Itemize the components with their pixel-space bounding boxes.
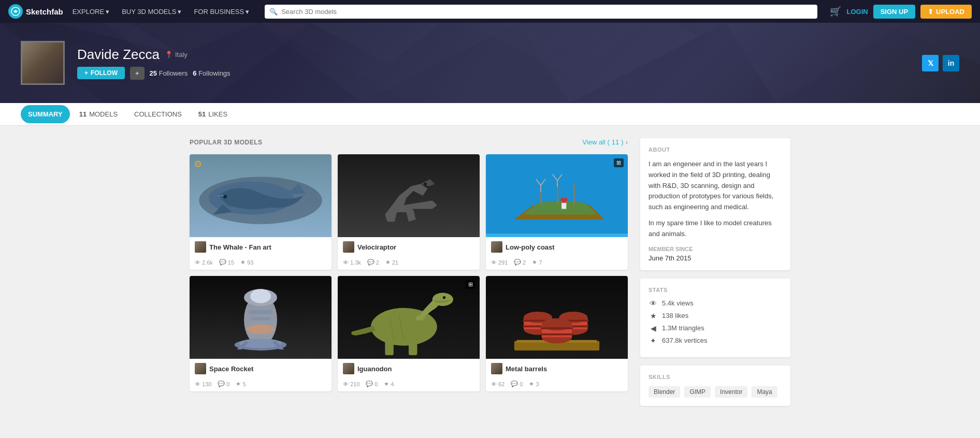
svg-rect-47 xyxy=(385,341,393,355)
comment-icon: 💬 xyxy=(219,259,226,266)
skills-title: SKILLS xyxy=(648,374,782,380)
skill-inventor[interactable]: Inventor xyxy=(715,386,747,398)
nav-buy-models[interactable]: BUY 3D MODELS ▾ xyxy=(119,8,184,16)
eye-icon: 👁 xyxy=(491,259,497,266)
model-thumbnail: ⊞ xyxy=(338,276,480,359)
stats-title: STATS xyxy=(648,287,782,293)
views-stat: 👁 2.6k xyxy=(195,259,213,266)
model-info: The Whale - Fan art xyxy=(190,237,332,257)
model-icon xyxy=(343,363,354,374)
plus-icon: + xyxy=(84,69,88,77)
model-icon xyxy=(195,363,206,374)
hero-name: Davide Zecca 📍 Italy xyxy=(77,47,230,63)
model-name: The Whale - Fan art xyxy=(209,243,326,251)
section-header: POPULAR 3D MODELS View all (11) › xyxy=(190,138,628,146)
model-card[interactable]: Space Rocket 👁 130 💬 0 ★ 5 xyxy=(190,276,332,391)
vr-badge: ⊞ xyxy=(466,280,475,289)
hero-section: Davide Zecca 📍 Italy + FOLLOW + 25 Follo… xyxy=(0,23,980,103)
about-card: ABOUT I am an engeneer and in the last y… xyxy=(640,138,790,270)
cart-button[interactable]: 🛒 xyxy=(830,6,841,17)
likes-stat: ★ 4 xyxy=(384,381,394,387)
tabs-bar: SUMMARY 11 MODELS COLLECTIONS 51 LIKES xyxy=(0,103,980,126)
signup-button[interactable]: SIGN UP xyxy=(873,5,915,19)
skill-gimp[interactable]: GIMP xyxy=(684,386,711,398)
model-thumbnail xyxy=(190,276,332,359)
star-icon: ★ xyxy=(532,259,537,266)
comments-stat: 💬 0 xyxy=(218,381,229,387)
nav-for-business[interactable]: FOR BUSINESS ▾ xyxy=(191,8,252,16)
model-name: Velociraptor xyxy=(357,243,474,251)
model-name: Low-poly coast xyxy=(506,243,623,251)
search-input[interactable] xyxy=(265,5,817,19)
tab-collections[interactable]: COLLECTIONS xyxy=(127,105,189,123)
linkedin-button[interactable]: in xyxy=(943,55,959,71)
likes-stat: ★ 5 xyxy=(236,381,246,387)
about-text-2: In my spare time I like to model creatur… xyxy=(648,218,782,240)
eye-icon: 👁 xyxy=(343,381,349,387)
svg-rect-35 xyxy=(561,204,566,206)
follow-button[interactable]: + FOLLOW xyxy=(77,67,125,79)
comments-stat: 💬 0 xyxy=(511,381,523,387)
logo-text: Sketchfab xyxy=(26,7,63,16)
likes-stat: ★ 7 xyxy=(532,259,542,266)
views-stat: 👁 291 xyxy=(491,259,508,266)
search-wrap: 🔍 xyxy=(265,5,817,19)
model-name: Space Rocket xyxy=(209,365,326,373)
chevron-down-icon: ▾ xyxy=(178,8,181,16)
barrels-illustration xyxy=(486,276,628,359)
vertices-icon: ✦ xyxy=(648,337,658,345)
svg-rect-34 xyxy=(561,201,566,203)
model-info: Velociraptor xyxy=(338,237,480,257)
eye-icon: 👁 xyxy=(195,259,200,266)
model-icon xyxy=(195,241,206,253)
coast-illustration xyxy=(486,154,628,237)
model-card[interactable]: Metal barrels 👁 62 💬 0 ★ 3 xyxy=(486,276,628,391)
model-card[interactable]: ⚙ The Whale - Fan art xyxy=(190,154,332,270)
nav-explore[interactable]: EXPLORE ▾ xyxy=(69,8,112,16)
comments-stat: 💬 2 xyxy=(514,259,526,266)
svg-rect-25 xyxy=(573,184,575,205)
view-all-link[interactable]: View all (11) › xyxy=(582,138,628,146)
twitter-button[interactable]: 𝕏 xyxy=(922,55,939,71)
logo[interactable]: Sketchfab xyxy=(8,4,63,19)
star-icon: ★ xyxy=(236,381,241,387)
hero-info: Davide Zecca 📍 Italy + FOLLOW + 25 Follo… xyxy=(77,47,230,80)
model-thumbnail: ⚙ xyxy=(190,154,332,237)
eye-icon: 👁 xyxy=(648,299,658,308)
triangles-value: 1.3M triangles xyxy=(662,324,704,332)
comments-stat: 💬 2 xyxy=(367,259,379,266)
navbar: Sketchfab EXPLORE ▾ BUY 3D MODELS ▾ FOR … xyxy=(0,0,980,23)
skill-maya[interactable]: Maya xyxy=(752,386,777,398)
svg-point-46 xyxy=(443,296,445,299)
about-title: ABOUT xyxy=(648,147,782,153)
svg-rect-65 xyxy=(541,333,573,335)
model-info: Low-poly coast xyxy=(486,237,628,257)
model-card[interactable]: ⊞ xyxy=(486,154,628,270)
likes-stat: ★ 3 xyxy=(529,381,539,387)
raptor-illustration xyxy=(338,154,480,237)
star-icon: ★ xyxy=(240,259,246,266)
content-area: POPULAR 3D MODELS View all (11) › ⚙ xyxy=(190,138,628,414)
vertices-value: 637.8k vertices xyxy=(662,337,707,344)
likes-stat: ★ 21 xyxy=(385,259,398,266)
triangles-row: ◀ 1.3M triangles xyxy=(648,324,782,332)
sidebar: ABOUT I am an engeneer and in the last y… xyxy=(640,138,790,414)
model-card[interactable]: ⊞ xyxy=(338,276,480,391)
model-stats: 👁 130 💬 0 ★ 5 xyxy=(190,378,332,391)
popular-title: POPULAR 3D MODELS xyxy=(190,139,263,146)
model-name: Iguanodon xyxy=(357,365,474,373)
svg-point-45 xyxy=(433,293,453,306)
upload-button[interactable]: ⬆ UPLOAD xyxy=(920,5,972,19)
login-button[interactable]: LOGIN xyxy=(846,8,868,16)
svg-point-43 xyxy=(247,325,275,334)
skill-blender[interactable]: Blender xyxy=(648,386,680,398)
tab-models[interactable]: 11 MODELS xyxy=(72,105,125,123)
svg-rect-64 xyxy=(541,327,573,329)
model-thumbnail xyxy=(338,154,480,237)
more-button[interactable]: + xyxy=(130,67,145,80)
tab-summary[interactable]: SUMMARY xyxy=(21,105,70,123)
model-card[interactable]: Velociraptor 👁 1.3k 💬 2 ★ 21 xyxy=(338,154,480,270)
member-since-label: MEMBER SINCE xyxy=(648,246,782,252)
tab-likes[interactable]: 51 LIKES xyxy=(191,105,235,123)
hero-actions: + FOLLOW + 25 Followers 6 Followings xyxy=(77,67,230,80)
